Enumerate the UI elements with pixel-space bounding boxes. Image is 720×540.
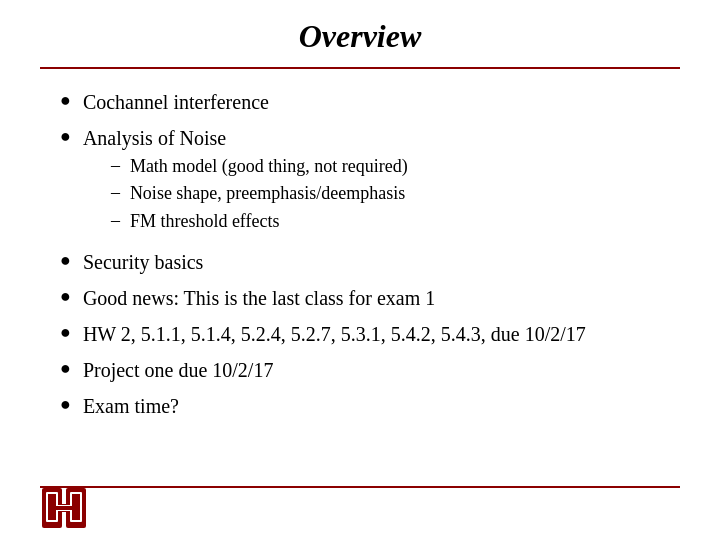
- bullet-dot-2: ●: [60, 126, 71, 147]
- sub-bullet-item-2-2: – Noise shape, preemphasis/deemphasis: [111, 182, 408, 205]
- bullet-dot-7: ●: [60, 394, 71, 415]
- bullet-item-6: ● Project one due 10/2/17: [60, 357, 680, 383]
- sub-bullet-dash-2-1: –: [111, 155, 120, 176]
- bullet-text-5: HW 2, 5.1.1, 5.1.4, 5.2.4, 5.2.7, 5.3.1,…: [83, 321, 586, 347]
- svg-rect-10: [48, 506, 80, 510]
- sub-bullet-dash-2-2: –: [111, 182, 120, 203]
- bullet-item-5: ● HW 2, 5.1.1, 5.1.4, 5.2.4, 5.2.7, 5.3.…: [60, 321, 680, 347]
- bullet-text-4: Good news: This is the last class for ex…: [83, 285, 435, 311]
- logo-area: [40, 486, 88, 530]
- sub-bullets-2: – Math model (good thing, not required) …: [111, 155, 408, 233]
- sub-bullet-item-2-3: – FM threshold effects: [111, 210, 408, 233]
- content-area: ● Cochannel interference ● Analysis of N…: [40, 85, 680, 419]
- bullet-item-2: ● Analysis of Noise – Math model (good t…: [60, 125, 680, 239]
- bottom-divider: [40, 486, 680, 488]
- bullet-dot-1: ●: [60, 90, 71, 111]
- slide-container: Overview ● Cochannel interference ● Anal…: [0, 0, 720, 540]
- svg-rect-8: [72, 494, 80, 506]
- bullet-text-1: Cochannel interference: [83, 89, 269, 115]
- top-divider: [40, 67, 680, 69]
- bullet-dot-6: ●: [60, 358, 71, 379]
- bullet-text-6: Project one due 10/2/17: [83, 357, 274, 383]
- bullet-item-3: ● Security basics: [60, 249, 680, 275]
- svg-rect-6: [48, 494, 56, 506]
- uh-logo-icon: [40, 486, 88, 530]
- slide-title: Overview: [299, 18, 422, 54]
- title-area: Overview: [40, 0, 680, 63]
- bullet-dot-4: ●: [60, 286, 71, 307]
- bullet-text-7: Exam time?: [83, 393, 179, 419]
- sub-bullet-item-2-1: – Math model (good thing, not required): [111, 155, 408, 178]
- bullet-text-3: Security basics: [83, 249, 204, 275]
- bullet-dot-3: ●: [60, 250, 71, 271]
- sub-bullet-text-2-1: Math model (good thing, not required): [130, 155, 408, 178]
- bullet-text-2: Analysis of Noise: [83, 127, 226, 149]
- sub-bullet-text-2-2: Noise shape, preemphasis/deemphasis: [130, 182, 405, 205]
- bullet-item-4: ● Good news: This is the last class for …: [60, 285, 680, 311]
- sub-bullet-dash-2-3: –: [111, 210, 120, 231]
- bullet-item-1: ● Cochannel interference: [60, 89, 680, 115]
- bullet-dot-5: ●: [60, 322, 71, 343]
- sub-bullet-text-2-3: FM threshold effects: [130, 210, 280, 233]
- bullet-item-7: ● Exam time?: [60, 393, 680, 419]
